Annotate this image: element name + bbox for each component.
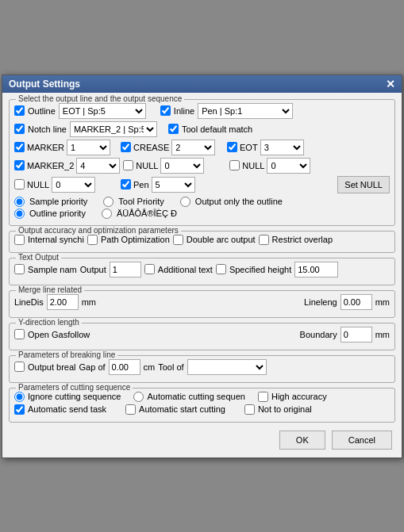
restrict-overlap-label: Restrict overlap bbox=[272, 235, 333, 244]
notch-checkbox[interactable] bbox=[14, 124, 25, 134]
marker-select[interactable]: 1 bbox=[67, 140, 110, 155]
pen-cell: Pen 5 bbox=[121, 177, 224, 193]
inline-checkbox[interactable] bbox=[160, 105, 171, 116]
output-only-outline-label: Output only the outline bbox=[195, 197, 283, 206]
tool-select[interactable] bbox=[187, 359, 267, 375]
output-input[interactable] bbox=[110, 262, 141, 277]
output-only-outline-radio[interactable] bbox=[180, 197, 190, 207]
internal-synch-label: Internal synchi bbox=[28, 235, 84, 244]
outline-inline-row: Outline EOT | Sp:5 Inline Pen | Sp:1 bbox=[14, 103, 390, 119]
y-direction-group-label: Y-direction length bbox=[16, 318, 82, 327]
null3-checkbox[interactable] bbox=[14, 179, 25, 189]
breaking-line-group-label: Parameters of breaking line bbox=[16, 350, 117, 359]
sample-priority-label: Sample priority bbox=[29, 197, 87, 206]
restrict-overlap-checkbox[interactable] bbox=[259, 235, 269, 245]
inline-select[interactable]: Pen | Sp:1 bbox=[198, 103, 293, 119]
sample-name-checkbox[interactable] bbox=[14, 264, 25, 274]
marker2-null-row: MARKER_2 4 NULL 0 NULL 0 bbox=[14, 158, 390, 174]
null2-checkbox[interactable] bbox=[229, 160, 240, 170]
internal-synch-checkbox[interactable] bbox=[14, 235, 25, 245]
auto-seq-radio[interactable] bbox=[133, 392, 144, 402]
auto-group: ÄÜÅÔÅ®ÎÈÇ Ð bbox=[102, 209, 177, 219]
outline-checkbox[interactable] bbox=[14, 105, 25, 116]
crease-cell: CREASE 2 bbox=[121, 140, 224, 155]
marker2-checkbox[interactable] bbox=[14, 160, 25, 170]
additional-text-label: Additional text bbox=[158, 265, 213, 274]
output-break-label: Output breal bbox=[28, 362, 76, 372]
auto-start-checkbox[interactable] bbox=[125, 404, 136, 415]
linedis-input[interactable] bbox=[47, 294, 79, 310]
additional-text-checkbox[interactable] bbox=[144, 264, 155, 274]
inline-label: Inline bbox=[174, 106, 194, 116]
tool-default-label: Tool default match bbox=[182, 124, 252, 134]
marker-cell: MARKER 1 bbox=[14, 140, 117, 155]
tool-priority-radio[interactable] bbox=[103, 197, 114, 207]
lineleng-input[interactable] bbox=[341, 294, 372, 310]
marker2-select[interactable]: 4 bbox=[76, 158, 120, 174]
eot-label: EOT bbox=[240, 143, 258, 152]
merge-line-group-label: Merge line related bbox=[16, 285, 84, 294]
cutting-seq-row2: Automatic send task Automatic start cutt… bbox=[14, 404, 390, 415]
ignore-seq-label: Ignore cutting sequence bbox=[28, 392, 121, 401]
marker-crease-eot-row: MARKER 1 CREASE 2 EOT 3 bbox=[14, 140, 390, 155]
pen-checkbox[interactable] bbox=[121, 179, 131, 189]
priority-row1: Sample priority Tool Priority Output onl… bbox=[14, 197, 390, 207]
null2-select[interactable]: 0 bbox=[267, 158, 310, 174]
auto-send-checkbox[interactable] bbox=[14, 404, 25, 415]
merge-line-group: Merge line related LineDis mm Lineleng m… bbox=[9, 290, 395, 318]
double-arc-label: Double arc output bbox=[187, 235, 256, 244]
pen-select[interactable]: 5 bbox=[152, 177, 195, 193]
null2-label: NULL bbox=[242, 161, 264, 170]
outline-priority-radio[interactable] bbox=[14, 209, 25, 219]
double-arc-checkbox[interactable] bbox=[173, 235, 183, 245]
output-lines-group-label: Select the output line and the output se… bbox=[16, 94, 184, 103]
notch-label: Notch line bbox=[28, 124, 67, 134]
high-accuracy-checkbox[interactable] bbox=[258, 392, 268, 402]
marker-checkbox[interactable] bbox=[14, 142, 25, 152]
boundary-input[interactable] bbox=[341, 327, 372, 343]
close-button[interactable]: ✕ bbox=[386, 78, 395, 90]
merge-line-row: LineDis mm Lineleng mm bbox=[14, 294, 390, 310]
height-input[interactable] bbox=[294, 262, 338, 277]
output-lines-group: Select the output line and the output se… bbox=[9, 99, 395, 226]
accuracy-row: Internal synchi Path Optimization Double… bbox=[14, 235, 390, 245]
sample-priority-group: Sample priority bbox=[14, 197, 87, 207]
null1-select[interactable]: 0 bbox=[160, 158, 204, 174]
open-gasfollow-checkbox[interactable] bbox=[14, 329, 25, 339]
path-opt-checkbox[interactable] bbox=[87, 235, 98, 245]
high-accuracy-label: High accuracy bbox=[271, 392, 327, 401]
specified-height-checkbox[interactable] bbox=[216, 264, 226, 274]
sample-priority-radio[interactable] bbox=[14, 197, 25, 207]
set-null-button[interactable]: Set NULL bbox=[337, 176, 390, 193]
eot-select[interactable]: 3 bbox=[260, 140, 304, 155]
cutting-seq-row1: Ignore cutting sequence Automatic cuttin… bbox=[14, 392, 390, 402]
crease-checkbox[interactable] bbox=[121, 142, 131, 152]
eot-checkbox[interactable] bbox=[227, 142, 237, 152]
ignore-seq-radio[interactable] bbox=[14, 392, 25, 402]
notch-select[interactable]: MARKER_2 | Sp:5 bbox=[70, 121, 157, 137]
null1-cell: NULL 0 bbox=[123, 158, 226, 174]
null3-select[interactable]: 0 bbox=[52, 177, 95, 193]
accuracy-group-label: Output accuracy and optimization paramet… bbox=[16, 226, 181, 235]
cancel-button[interactable]: Cancel bbox=[332, 431, 392, 450]
outline-select[interactable]: EOT | Sp:5 bbox=[59, 103, 146, 119]
auto-label: ÄÜÅÔÅ®ÎÈÇ Ð bbox=[117, 209, 177, 218]
crease-select[interactable]: 2 bbox=[171, 140, 215, 155]
lineleng-unit: mm bbox=[375, 297, 390, 307]
auto-start-label: Automatic start cutting bbox=[139, 404, 225, 414]
null1-checkbox[interactable] bbox=[123, 160, 133, 170]
output-break-checkbox[interactable] bbox=[14, 362, 25, 372]
tool-default-checkbox[interactable] bbox=[168, 124, 179, 134]
auto-radio[interactable] bbox=[102, 209, 112, 219]
boundary-label: Boundary bbox=[300, 330, 337, 339]
tool-label: Tool of bbox=[158, 362, 183, 372]
linedis-label: LineDis bbox=[14, 297, 44, 307]
ok-button[interactable]: OK bbox=[279, 431, 325, 450]
output-label: Output bbox=[80, 265, 106, 274]
pen-label: Pen bbox=[133, 180, 149, 189]
text-output-row: Sample nam Output Additional text Specif… bbox=[14, 262, 390, 277]
null3-label: NULL bbox=[27, 180, 49, 189]
gap-input[interactable] bbox=[109, 359, 140, 375]
priority-row2: Outline priority ÄÜÅÔÅ®ÎÈÇ Ð bbox=[14, 209, 390, 219]
not-original-checkbox[interactable] bbox=[244, 404, 255, 415]
